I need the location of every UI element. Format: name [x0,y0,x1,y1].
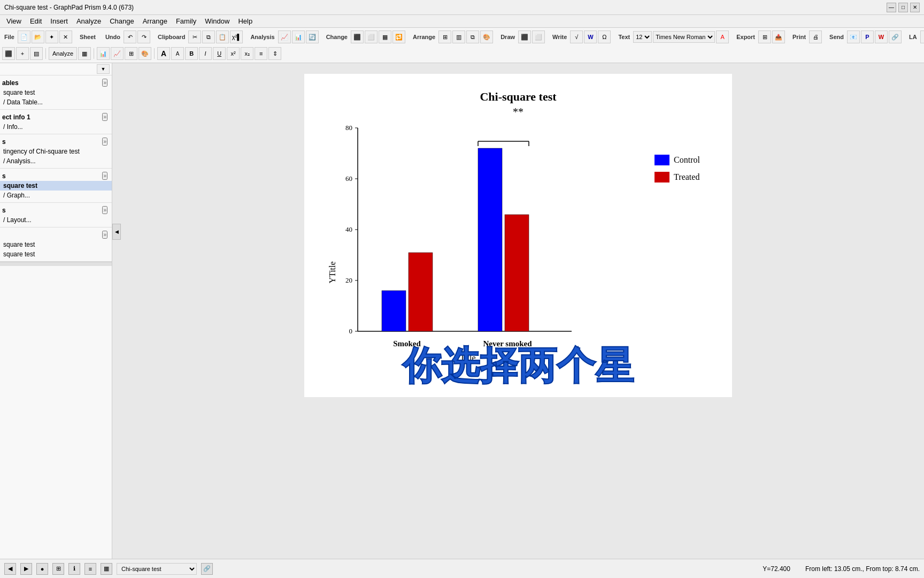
menu-edit[interactable]: Edit [26,16,46,26]
layouts-expand-btn[interactable]: » [102,206,107,214]
bar-neversmoked-treated[interactable] [505,215,529,331]
star-btn[interactable]: ✦ [45,31,58,43]
sidebar-item-analysis[interactable]: / Analysis... [0,156,112,166]
change1-btn[interactable]: ⬛ [351,31,364,43]
sidebar-item-layout[interactable]: / Layout... [0,215,112,225]
arrange4-btn[interactable]: 🎨 [480,31,493,43]
cut-btn[interactable]: ✂ [188,31,201,43]
change3-btn[interactable]: ▦ [379,31,391,43]
menu-view[interactable]: View [2,16,26,26]
status-chart-btn[interactable]: ▦ [101,563,112,575]
graphs-expand-btn[interactable]: » [102,172,107,180]
sidebar-item-square-test-graph[interactable]: square test [0,181,112,191]
minimize-button[interactable]: — [887,3,896,12]
subscript-btn[interactable]: x₂ [241,47,253,60]
w-btn[interactable]: W [584,31,597,43]
chart3-btn[interactable]: 🔄 [306,31,319,43]
sidebar-item-contingency[interactable]: tingency of Chi-square test [0,147,112,156]
arrange3-btn[interactable]: ⧉ [466,31,479,43]
maximize-button[interactable]: □ [898,3,908,12]
status-back-btn[interactable]: ◀ [4,563,16,575]
formula-btn[interactable]: χ²▌ [230,31,243,43]
menu-help[interactable]: Help [234,16,257,26]
redo-btn[interactable]: ↷ [137,31,150,43]
bar-neversmoked-control[interactable] [478,148,502,331]
menu-window[interactable]: Window [201,16,234,26]
superscript-btn[interactable]: x² [227,47,240,60]
tables-expand-btn[interactable]: » [102,79,107,87]
sidebar-collapse-btn[interactable]: ◀ [112,224,121,240]
undo-btn[interactable]: ↶ [124,31,136,43]
bar-smoked-treated[interactable] [409,253,433,331]
bar-smoked-control[interactable] [382,291,406,331]
font-color-btn[interactable]: A [716,31,729,43]
menu-arrange[interactable]: Arrange [138,16,172,26]
draw1-btn[interactable]: ⬛ [518,31,531,43]
status-record-btn[interactable]: ● [36,563,48,575]
send4-btn[interactable]: 🔗 [889,31,902,43]
send2-btn[interactable]: P [861,31,874,43]
toolbar2-btn3[interactable]: ▤ [30,47,43,60]
copy-btn[interactable]: ⧉ [202,31,215,43]
la-info-btn[interactable]: ℹ [920,31,924,43]
toolbar2-btn5[interactable]: ▦ [78,47,91,60]
status-grid-btn[interactable]: ⊞ [52,563,64,575]
sidebar-item-extra-1[interactable]: square test [0,240,112,249]
status-sheet-select[interactable]: Chi-square test [117,563,197,575]
text-smallA-btn[interactable]: A [171,47,184,60]
bold-btn[interactable]: B [185,47,198,60]
menu-analyze[interactable]: Analyze [72,16,105,26]
sidebar-item-graph[interactable]: / Graph... [0,191,112,200]
status-forward-btn[interactable]: ▶ [20,563,32,575]
draw2-btn[interactable]: ⬜ [532,31,545,43]
font-name-select[interactable]: Times New Roman [653,31,715,43]
results-expand-btn[interactable]: » [102,138,107,146]
close-button[interactable]: ✕ [910,3,920,12]
toolbar2-btn9[interactable]: 🎨 [138,47,151,60]
sidebar-scrollbar[interactable] [0,262,112,266]
canvas-area[interactable]: Chi-square test ** YTitle 0 [112,63,924,561]
menu-insert[interactable]: Insert [46,16,72,26]
print1-btn[interactable]: 🖨 [809,31,822,43]
export1-btn[interactable]: ⊞ [758,31,771,43]
text-bigA-btn[interactable]: A [157,47,170,60]
status-link-btn[interactable]: 🔗 [201,563,213,575]
x-btn[interactable]: ✕ [59,31,72,43]
underline-btn[interactable]: U [213,47,226,60]
sidebar-item-extra-2[interactable]: square test [0,249,112,259]
chart1-btn[interactable]: 📈 [278,31,291,43]
chart2-btn[interactable]: 📊 [292,31,305,43]
sidebar-item-info[interactable]: / Info... [0,122,112,132]
font-size-select[interactable]: 12 [633,31,652,43]
menu-change[interactable]: Change [105,16,138,26]
toolbar2-btn6[interactable]: 📊 [97,47,110,60]
arrange1-btn[interactable]: ⊞ [438,31,451,43]
change2-btn[interactable]: ⬜ [365,31,378,43]
window-controls[interactable]: — □ ✕ [887,3,920,12]
toolbar2-btn7[interactable]: 📈 [111,47,124,60]
sqrt-btn[interactable]: √ [570,31,583,43]
status-list-btn[interactable]: ≡ [84,563,96,575]
arrange2-btn[interactable]: ▥ [452,31,465,43]
info-expand-btn[interactable]: » [102,113,107,121]
symbol-btn[interactable]: Ω [598,31,611,43]
analyze-btn[interactable]: Analyze [49,47,77,60]
toolbar2-align-btn[interactable]: ≡ [255,47,267,60]
italic-btn[interactable]: I [199,47,212,60]
change4-btn[interactable]: 🔁 [392,31,405,43]
toolbar2-spacing-btn[interactable]: ⇕ [268,47,281,60]
send3-btn[interactable]: W [875,31,888,43]
new-btn[interactable]: 📄 [18,31,30,43]
extra-expand-btn[interactable]: » [102,231,107,239]
toolbar2-btn2[interactable]: + [16,47,29,60]
sidebar-dropdown-btn[interactable]: ▼ [97,64,110,74]
toolbar2-btn1[interactable]: ⬛ [2,47,15,60]
menu-family[interactable]: Family [172,16,201,26]
sidebar-item-square-test-1[interactable]: square test [0,88,112,97]
send1-btn[interactable]: 📧 [847,31,860,43]
open-btn[interactable]: 📂 [32,31,44,43]
toolbar2-btn8[interactable]: ⊞ [125,47,137,60]
status-info-btn[interactable]: ℹ [68,563,80,575]
paste-btn[interactable]: 📋 [216,31,229,43]
export2-btn[interactable]: 📤 [772,31,785,43]
